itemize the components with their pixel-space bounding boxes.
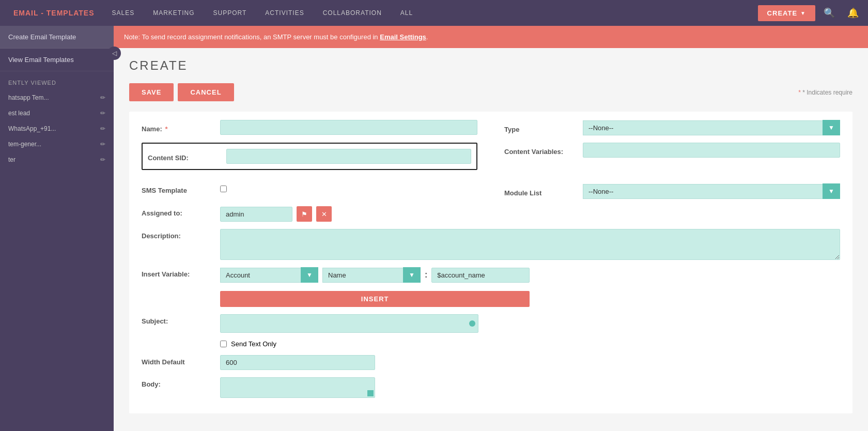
insert-variable-row: Insert Variable: Account ▼ bbox=[142, 267, 840, 307]
edit-icon-1[interactable]: ✏ bbox=[100, 94, 105, 101]
form-section: Name: * Type --None-- ▼ bbox=[129, 112, 853, 413]
content-sid-input[interactable] bbox=[226, 149, 471, 164]
sidebar: ◁ Create Email Template View Email Templ… bbox=[0, 26, 114, 431]
subject-row: Subject: bbox=[142, 314, 840, 333]
insert-variable-field-wrapper: Name ▼ bbox=[322, 267, 421, 283]
subject-label: Subject: bbox=[142, 314, 214, 325]
edit-icon-5[interactable]: ✏ bbox=[100, 156, 105, 163]
search-button[interactable]: 🔍 bbox=[819, 5, 839, 21]
subject-field-wrapper bbox=[220, 314, 478, 333]
body-input[interactable] bbox=[221, 378, 375, 397]
type-label: Type bbox=[504, 122, 577, 133]
nav-marketing[interactable]: MARKETING bbox=[144, 0, 204, 26]
flag-icon: ⚑ bbox=[301, 210, 307, 218]
type-select[interactable]: --None-- bbox=[583, 120, 823, 135]
assigned-to-clear-button[interactable]: ✕ bbox=[316, 206, 332, 222]
content-variables-input[interactable] bbox=[583, 143, 840, 158]
module-list-select-arrow[interactable]: ▼ bbox=[823, 183, 840, 199]
insert-variable-module-wrapper: Account ▼ bbox=[220, 267, 318, 283]
edit-icon-2[interactable]: ✏ bbox=[100, 110, 105, 117]
insert-variable-field-arrow[interactable]: ▼ bbox=[403, 267, 421, 283]
content-sid-wrapper: Content SID: bbox=[142, 143, 477, 170]
insert-variable-controls: Account ▼ Name ▼ : bbox=[220, 267, 530, 283]
assigned-to-input[interactable] bbox=[220, 207, 292, 222]
recent-item-5[interactable]: ter ✏ bbox=[0, 152, 114, 167]
name-type-row: Name: * Type --None-- ▼ bbox=[142, 120, 840, 135]
width-default-row: Width Default bbox=[142, 355, 840, 370]
cancel-button[interactable]: CANCEL bbox=[178, 83, 234, 101]
send-text-only-row: Send Text Only bbox=[142, 340, 840, 348]
recent-item-4[interactable]: tem-gener... ✏ bbox=[0, 136, 114, 152]
edit-icon-4[interactable]: ✏ bbox=[100, 141, 105, 148]
notifications-button[interactable]: 🔔 bbox=[843, 5, 863, 21]
insert-variable-result[interactable] bbox=[431, 268, 530, 283]
recently-viewed-header: ently Viewed bbox=[0, 71, 114, 90]
content-sid-group: Content SID: bbox=[142, 143, 477, 176]
close-icon: ✕ bbox=[321, 210, 327, 218]
name-label: Name: * bbox=[142, 122, 214, 133]
content-variables-group: Content Variables: bbox=[504, 143, 840, 158]
subject-input[interactable] bbox=[220, 314, 478, 333]
send-text-only-checkbox[interactable] bbox=[220, 341, 227, 347]
module-list-label: Module List bbox=[504, 186, 577, 197]
width-default-input[interactable] bbox=[220, 355, 375, 370]
nav-activities[interactable]: ACTIVITIES bbox=[256, 0, 313, 26]
nav-right-section: CREATE ▼ 🔍 🔔 bbox=[758, 5, 863, 21]
send-text-only-label bbox=[142, 340, 214, 343]
nav-sales[interactable]: SALES bbox=[102, 0, 144, 26]
insert-variable-module-arrow[interactable]: ▼ bbox=[301, 267, 318, 283]
sms-module-row: SMS Template Module List --None-- ▼ bbox=[142, 183, 840, 199]
type-select-arrow[interactable]: ▼ bbox=[823, 120, 840, 135]
description-input[interactable] bbox=[220, 229, 840, 260]
recent-item-3[interactable]: WhatsApp_+91... ✏ bbox=[0, 121, 114, 136]
assigned-to-select-button[interactable]: ⚑ bbox=[297, 206, 312, 222]
content-sid-label: Content SID: bbox=[148, 151, 220, 162]
insert-button[interactable]: INSERT bbox=[220, 291, 530, 307]
description-label: Description: bbox=[142, 229, 214, 240]
insert-variable-label: Insert Variable: bbox=[142, 267, 214, 278]
create-button[interactable]: CREATE ▼ bbox=[758, 5, 815, 21]
edit-icon-3[interactable]: ✏ bbox=[100, 125, 105, 132]
nav-items: SALES MARKETING SUPPORT ACTIVITIES COLLA… bbox=[102, 0, 757, 26]
sidebar-item-create-email-template[interactable]: Create Email Template bbox=[0, 26, 114, 49]
save-button[interactable]: SAVE bbox=[129, 83, 174, 101]
insert-variable-field-select[interactable]: Name bbox=[322, 268, 403, 283]
main-content: Note: To send record assignment notifica… bbox=[114, 26, 868, 431]
body-field-wrapper bbox=[220, 377, 375, 398]
module-list-group: Module List --None-- ▼ bbox=[504, 183, 840, 199]
assigned-to-row: Assigned to: ⚑ ✕ bbox=[142, 206, 840, 222]
name-input[interactable] bbox=[220, 120, 477, 135]
recent-item-2[interactable]: est lead ✏ bbox=[0, 105, 114, 121]
insert-variable-group: Account ▼ Name ▼ : bbox=[220, 267, 530, 307]
sidebar-item-view-email-templates[interactable]: View Email Templates bbox=[0, 49, 114, 71]
chevron-down-icon: ▼ bbox=[800, 10, 806, 16]
module-list-select-wrapper: --None-- ▼ bbox=[583, 183, 840, 199]
nav-support[interactable]: SUPPORT bbox=[204, 0, 256, 26]
required-note: * * Indicates require bbox=[798, 89, 853, 96]
insert-variable-module-select[interactable]: Account bbox=[220, 268, 301, 283]
send-text-only-group: Send Text Only bbox=[220, 340, 276, 348]
sms-template-label: SMS Template bbox=[142, 183, 214, 194]
alert-banner: Note: To send record assignment notifica… bbox=[114, 26, 868, 48]
module-list-select[interactable]: --None-- bbox=[583, 184, 823, 199]
email-settings-link[interactable]: Email Settings bbox=[380, 33, 426, 41]
sms-template-group: SMS Template bbox=[142, 183, 477, 194]
assigned-to-field-group: ⚑ ✕ bbox=[220, 206, 840, 222]
body-resize-handle[interactable] bbox=[367, 390, 374, 396]
sidebar-collapse-button[interactable]: ◁ bbox=[107, 47, 121, 60]
body-label: Body: bbox=[142, 377, 214, 388]
recent-item-1[interactable]: hatsapp Tem... ✏ bbox=[0, 90, 114, 105]
sms-template-checkbox[interactable] bbox=[220, 186, 227, 192]
assigned-to-label: Assigned to: bbox=[142, 206, 214, 217]
variable-colon: : bbox=[425, 270, 427, 280]
form-title: CREATE bbox=[129, 58, 853, 73]
action-buttons: SAVE CANCEL * * Indicates require bbox=[129, 83, 853, 101]
send-text-only-text: Send Text Only bbox=[231, 340, 276, 348]
form-area: CREATE SAVE CANCEL * * Indicates require… bbox=[114, 48, 868, 424]
content-variables-label: Content Variables: bbox=[504, 145, 577, 156]
subject-dot-indicator bbox=[469, 320, 475, 327]
brand-logo: EMAIL - TEMPLATES bbox=[5, 9, 102, 17]
nav-all[interactable]: ALL bbox=[391, 0, 422, 26]
content-sid-row: Content SID: Content Variables: bbox=[142, 143, 840, 176]
nav-collaboration[interactable]: COLLABORATION bbox=[314, 0, 391, 26]
